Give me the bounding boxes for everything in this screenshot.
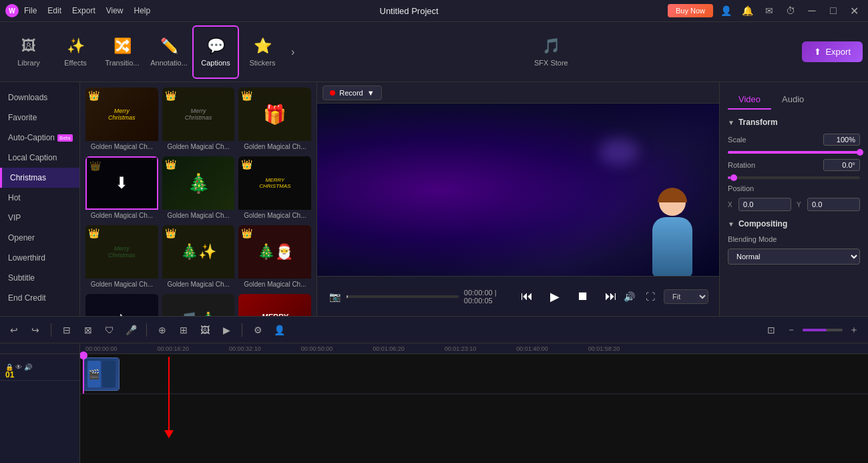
grid-item-11[interactable]: 🎵🎄 Golden Magical Ch... (162, 294, 235, 316)
scale-slider-thumb (857, 149, 863, 156)
settings-button[interactable]: ⚙ (249, 321, 266, 339)
rewind-button[interactable]: ⏮ (517, 287, 537, 307)
grid-item-8[interactable]: 👑 🎄✨ Golden Magical Ch... (162, 225, 235, 290)
toolbar-transitions[interactable]: 🔀 Transitio... (99, 25, 146, 79)
sidebar-item-downloads[interactable]: Downloads (0, 88, 79, 108)
sidebar-item-subtitle[interactable]: Subtitle (0, 268, 79, 288)
split-button[interactable]: ⊟ (58, 321, 75, 339)
toolbar-annotations[interactable]: ✏️ Annotatio... (146, 25, 192, 79)
rotation-slider[interactable] (728, 176, 860, 179)
position-x-input[interactable] (738, 198, 791, 211)
track-mute-icon[interactable]: 🔊 (24, 363, 32, 371)
profile-icon[interactable]: 👤 (718, 3, 734, 19)
menu-view[interactable]: View (106, 6, 124, 15)
sidebar-item-favorite[interactable]: Favorite (0, 108, 79, 128)
x-label: X (728, 201, 736, 208)
export-button[interactable]: ⬆ Export (802, 41, 863, 62)
fullscreen-icon[interactable]: ⛶ (642, 289, 658, 305)
zoom-out-button[interactable]: － (783, 321, 800, 339)
stop-button[interactable]: ⏹ (573, 287, 593, 307)
delete-button[interactable]: ⊠ (79, 321, 97, 339)
ruler-spacer (0, 343, 79, 354)
toolbar-separator-2 (146, 323, 147, 337)
sidebar-item-vip[interactable]: VIP (0, 208, 79, 228)
timeline-labels: 01 🔒 👁 🔊 (0, 343, 80, 463)
mail-icon[interactable]: ✉ (761, 3, 777, 19)
toolbar-separator-1 (51, 323, 51, 337)
image-button[interactable]: 🖼 (196, 321, 214, 339)
grid-item-9[interactable]: 👑 🎄🎅 Golden Magical Ch... (238, 225, 311, 290)
toolbar-sfx[interactable]: 🎵 SFX Store (527, 25, 574, 79)
maximize-button[interactable]: □ (825, 3, 841, 19)
grid-item-10[interactable]: 🕯 Golden Magical Ch... (85, 294, 158, 316)
position-x-group: X (728, 198, 791, 211)
zoom-in-button[interactable]: ＋ (845, 321, 863, 339)
sidebar-item-auto-caption[interactable]: Auto-Caption Beta (0, 128, 79, 148)
captions-icon: 💬 (207, 37, 225, 55)
grid-item-2[interactable]: 👑 MerryChristmas Golden Magical Ch... (162, 88, 235, 152)
grid-item-7[interactable]: 👑 MerryChristmas Golden Magical Ch... (85, 225, 158, 290)
scale-slider[interactable] (728, 151, 860, 154)
grid-item-label-7: Golden Magical Ch... (85, 279, 158, 290)
sidebar-item-lowerthird[interactable]: Lowerthird (0, 248, 79, 268)
close-button[interactable]: ✕ (847, 3, 863, 19)
toolbar-more-icon[interactable]: › (286, 46, 300, 58)
menu-edit[interactable]: Edit (47, 6, 61, 15)
track-eye-icon[interactable]: 👁 (15, 363, 22, 371)
crown-icon-2: 👑 (165, 90, 176, 101)
track-row-1: 🎬 (80, 354, 868, 394)
toolbar-effects[interactable]: ✨ Effects (52, 25, 99, 79)
zoom-slider[interactable] (803, 329, 843, 331)
audio-button[interactable]: 🎤 (122, 321, 140, 339)
cursor-button[interactable]: ⊕ (154, 321, 171, 339)
sidebar-item-opener[interactable]: Opener (0, 228, 79, 248)
toolbar-captions[interactable]: 💬 Captions (192, 25, 239, 79)
undo-button[interactable]: ↩ (5, 321, 23, 339)
grid-item-5[interactable]: 👑 🎄 Golden Magical Ch... (162, 156, 235, 221)
fast-forward-button[interactable]: ⏭ (601, 287, 621, 307)
progress-bar[interactable] (347, 295, 458, 298)
history-icon[interactable]: ⏱ (783, 3, 799, 19)
track-clip-1[interactable]: 🎬 (83, 357, 120, 391)
time-current: 00:00:00 (464, 289, 493, 297)
grid-item-12[interactable]: MERRYCHRISTMAS 🔍 Golden Magical Ch... (238, 294, 311, 316)
person-button[interactable]: 👤 (270, 321, 288, 339)
grid-item-label-8: Golden Magical Ch... (162, 279, 235, 290)
tab-audio[interactable]: Audio (771, 90, 815, 110)
toolbar-stickers[interactable]: ⭐ Stickers (239, 25, 286, 79)
shield-button[interactable]: 🛡 (101, 321, 118, 339)
tab-video[interactable]: Video (728, 90, 771, 110)
menu-export[interactable]: Export (72, 6, 95, 15)
sidebar-item-christmas[interactable]: Christmas (0, 168, 79, 188)
grid-item-3[interactable]: 👑 🎁 Golden Magical Ch... (238, 88, 311, 152)
zoom-to-fit-button[interactable]: ⊡ (763, 321, 780, 339)
redo-button[interactable]: ↪ (27, 321, 44, 339)
sidebar-favorite-label: Favorite (8, 113, 37, 122)
toolbar-library[interactable]: 🖼 Library (5, 25, 52, 79)
compositing-title: Compositing (738, 219, 787, 228)
ruler-mark-5: 00:01:23:10 (445, 345, 477, 352)
sidebar-item-end-credit[interactable]: End Credit (0, 288, 79, 308)
minimize-button[interactable]: ─ (804, 3, 820, 19)
buy-now-button[interactable]: Buy Now (668, 4, 713, 17)
grid-button[interactable]: ⊞ (175, 321, 192, 339)
menu-help[interactable]: Help (134, 6, 151, 15)
blending-mode-select[interactable]: Normal Multiply Screen Overlay (728, 249, 860, 265)
fit-select[interactable]: Fit 25%50%75%100% (664, 289, 708, 304)
sidebar-item-hot[interactable]: Hot (0, 188, 79, 208)
sidebar-item-local-caption[interactable]: Local Caption (0, 148, 79, 168)
grid-item-1[interactable]: 👑 MerryChristmas Golden Magical Ch... (85, 88, 158, 152)
playhead[interactable] (83, 354, 84, 394)
position-inputs: X Y (728, 198, 860, 211)
screenshot-icon[interactable]: 📷 (328, 289, 341, 305)
menu-file[interactable]: File (24, 6, 37, 15)
volume-icon[interactable]: 🔊 (621, 289, 637, 305)
play-button[interactable]: ▶ (545, 287, 565, 307)
grid-item-6[interactable]: 👑 MERRYCHRISTMAS Golden Magical Ch... (238, 156, 311, 221)
record-button[interactable]: Record ▼ (322, 86, 381, 100)
position-y-input[interactable] (807, 198, 860, 211)
play-timeline-button[interactable]: ▶ (218, 321, 235, 339)
grid-item-4[interactable]: 👑 ⬇ Golden Magical Ch... (85, 156, 158, 221)
notifications-icon[interactable]: 🔔 (740, 3, 756, 19)
transitions-icon: 🔀 (114, 37, 132, 55)
